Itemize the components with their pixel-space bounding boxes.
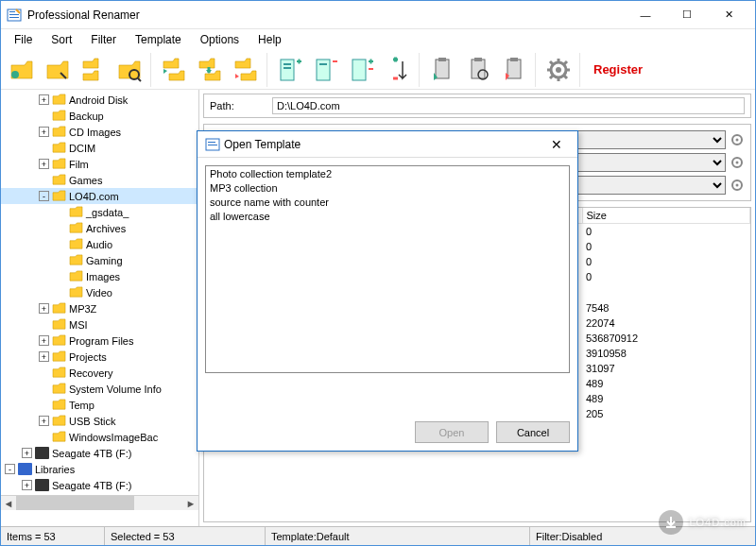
svg-rect-28: [208, 142, 215, 143]
toolbar-btn-8[interactable]: [273, 53, 307, 87]
tree-item[interactable]: DCIM: [1, 140, 198, 156]
toolbar-btn-13[interactable]: [461, 53, 495, 87]
expand-toggle[interactable]: +: [39, 159, 49, 169]
svg-point-22: [736, 139, 739, 142]
toolbar-btn-11[interactable]: [381, 53, 415, 87]
tree-item[interactable]: Video: [1, 284, 198, 300]
window-minimize-button[interactable]: —: [625, 2, 666, 28]
toolbar-btn-9[interactable]: [309, 53, 343, 87]
tree-item-label: WindowsImageBac: [69, 432, 158, 443]
svg-rect-2: [9, 14, 19, 15]
statusbar: Items = 53 Selected = 53 Template:Defaul…: [1, 526, 755, 545]
tree-item[interactable]: Images: [1, 268, 198, 284]
file-size: 22074: [582, 316, 750, 331]
status-template: Template:Default: [266, 527, 530, 545]
toolbar-btn-3[interactable]: [77, 53, 111, 87]
tree-h-scrollbar[interactable]: ◄►: [1, 495, 198, 510]
tree-item-label: Temp: [69, 400, 94, 411]
tree-item[interactable]: +CD Images: [1, 124, 198, 140]
path-input[interactable]: [272, 97, 745, 114]
list-item[interactable]: all lowercase: [210, 211, 565, 225]
table-header[interactable]: Size: [582, 208, 750, 224]
dialog-close-button[interactable]: ✕: [543, 134, 570, 155]
expand-toggle[interactable]: +: [22, 480, 32, 490]
gear-icon[interactable]: [730, 155, 745, 170]
tree-item[interactable]: +Film: [1, 156, 198, 172]
window-maximize-button[interactable]: ☐: [666, 2, 708, 28]
list-item[interactable]: Photo collection template2: [210, 168, 565, 182]
menu-sort[interactable]: Sort: [42, 31, 81, 48]
tree-item-label: Film: [69, 159, 89, 170]
menu-template[interactable]: Template: [126, 31, 191, 48]
dialog-open-button[interactable]: Open: [415, 421, 489, 443]
tree-item[interactable]: Gaming: [1, 252, 198, 268]
toolbar-btn-2[interactable]: [41, 53, 75, 87]
gear-icon[interactable]: [730, 178, 745, 193]
expand-toggle[interactable]: +: [39, 127, 49, 137]
tree-item-label: LO4D.com: [69, 191, 119, 202]
expand-toggle[interactable]: +: [39, 416, 49, 426]
expand-toggle[interactable]: +: [39, 351, 49, 362]
menu-help[interactable]: Help: [249, 31, 291, 48]
gear-icon[interactable]: [730, 132, 745, 147]
file-size: 0: [582, 239, 750, 254]
tree-item[interactable]: +Program Files: [1, 333, 198, 349]
svg-point-24: [736, 162, 739, 164]
toolbar-btn-settings[interactable]: [541, 53, 576, 87]
tree-item[interactable]: Recovery: [1, 365, 198, 381]
tree-item[interactable]: System Volume Info: [1, 381, 198, 397]
tree-item[interactable]: Temp: [1, 397, 198, 413]
toolbar: Register: [1, 50, 755, 90]
tree-item[interactable]: Backup: [1, 108, 198, 124]
tree-item[interactable]: MSI: [1, 316, 198, 333]
tree-item[interactable]: Games: [1, 172, 198, 188]
expand-toggle[interactable]: +: [22, 448, 32, 458]
window-close-button[interactable]: ✕: [708, 2, 749, 28]
menu-file[interactable]: File: [5, 31, 42, 48]
tree-item-label: Games: [69, 175, 102, 186]
expand-toggle[interactable]: -: [5, 464, 15, 474]
titlebar: Professional Renamer — ☐ ✕: [1, 1, 755, 29]
tree-item[interactable]: +USB Stick: [1, 413, 198, 429]
file-size: 536870912: [582, 331, 750, 346]
expand-toggle[interactable]: +: [39, 303, 49, 314]
toolbar-btn-12[interactable]: [425, 53, 459, 87]
list-item[interactable]: source name with counter: [210, 196, 565, 211]
toolbar-btn-5[interactable]: [157, 53, 191, 87]
toolbar-btn-10[interactable]: [345, 53, 379, 87]
expand-toggle[interactable]: -: [39, 191, 49, 201]
list-item[interactable]: MP3 collection: [210, 182, 565, 196]
tree-item[interactable]: WindowsImageBac: [1, 429, 198, 445]
download-icon: [659, 510, 683, 535]
tree-item[interactable]: _gsdata_: [1, 204, 198, 220]
tree-item[interactable]: +Seagate 4TB (F:): [1, 477, 198, 493]
menu-filter[interactable]: Filter: [81, 31, 126, 48]
tree-item-label: Libraries: [35, 464, 75, 475]
expand-toggle[interactable]: +: [39, 335, 49, 346]
tree-item[interactable]: +Android Disk: [1, 92, 198, 108]
svg-point-20: [556, 67, 561, 73]
toolbar-btn-14[interactable]: [497, 53, 531, 87]
tree-item[interactable]: Archives: [1, 220, 198, 236]
tree-item[interactable]: Audio: [1, 236, 198, 252]
tree-item[interactable]: -Libraries: [1, 461, 198, 477]
tree-item[interactable]: -LO4D.com: [1, 188, 198, 204]
tree-item[interactable]: +MP3Z: [1, 300, 198, 316]
expand-toggle[interactable]: +: [39, 94, 49, 105]
register-link[interactable]: Register: [586, 62, 650, 77]
tree-item[interactable]: +Seagate 4TB (F:): [1, 445, 198, 461]
menu-options[interactable]: Options: [191, 31, 249, 48]
toolbar-btn-1[interactable]: [5, 53, 39, 87]
tree-item-label: Seagate 4TB (F:): [52, 448, 131, 459]
folder-tree[interactable]: +Android DiskBackup+CD ImagesDCIM+FilmGa…: [1, 90, 199, 526]
tree-item-label: USB Stick: [69, 416, 116, 427]
tree-item[interactable]: +Projects: [1, 349, 198, 365]
template-listbox[interactable]: Photo collection template2MP3 collection…: [205, 165, 570, 373]
toolbar-btn-4[interactable]: [112, 53, 146, 87]
watermark: LO4D.com: [659, 510, 747, 535]
svg-rect-15: [474, 58, 482, 61]
dialog-cancel-button[interactable]: Cancel: [496, 421, 570, 443]
toolbar-btn-6[interactable]: [193, 53, 227, 87]
tree-item-label: Archives: [86, 223, 126, 234]
toolbar-btn-7[interactable]: [229, 53, 263, 87]
